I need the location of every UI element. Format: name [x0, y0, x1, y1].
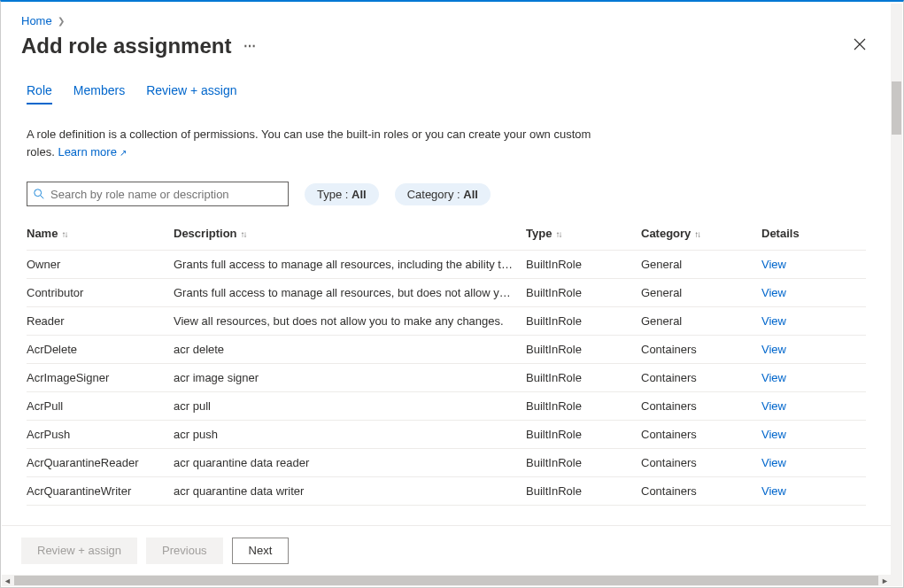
cell-category: General: [641, 258, 761, 271]
table-row[interactable]: AcrQuarantineWriteracr quarantine data w…: [27, 477, 866, 506]
tabs: Role Members Review + assign: [2, 62, 891, 104]
col-header-name[interactable]: Name↑↓: [27, 227, 174, 240]
view-link[interactable]: View: [761, 484, 786, 498]
table-row[interactable]: OwnerGrants full access to manage all re…: [27, 251, 866, 279]
table-header: Name↑↓ Description↑↓ Type↑↓ Category↑↓ D…: [27, 217, 866, 251]
cell-type: BuiltInRole: [526, 343, 641, 356]
cell-type: BuiltInRole: [526, 399, 641, 413]
cell-type: BuiltInRole: [526, 456, 641, 469]
cell-description: acr push: [174, 428, 526, 441]
table-row[interactable]: ReaderView all resources, but does not a…: [27, 307, 866, 336]
tab-role[interactable]: Role: [27, 83, 52, 104]
roles-table: Name↑↓ Description↑↓ Type↑↓ Category↑↓ D…: [2, 206, 891, 506]
previous-button: Previous: [146, 538, 223, 564]
svg-line-1: [41, 196, 44, 199]
cell-description: acr image signer: [174, 371, 526, 384]
view-link[interactable]: View: [761, 314, 786, 328]
review-assign-button: Review + assign: [21, 538, 137, 564]
cell-type: BuiltInRole: [526, 428, 641, 441]
next-button[interactable]: Next: [232, 538, 290, 564]
close-button[interactable]: [848, 33, 871, 58]
cell-type: BuiltInRole: [526, 371, 641, 384]
cell-name: Reader: [27, 314, 174, 328]
description-text: A role definition is a collection of per…: [2, 104, 622, 160]
view-link[interactable]: View: [761, 428, 786, 441]
cell-description: Grants full access to manage all resourc…: [174, 286, 526, 299]
table-row[interactable]: AcrImageSigneracr image signerBuiltInRol…: [27, 364, 866, 392]
sort-icon: ↑↓: [555, 229, 560, 239]
scrollbar-corner: [891, 575, 902, 586]
sort-icon: ↑↓: [61, 229, 66, 239]
cell-type: BuiltInRole: [526, 286, 641, 299]
cell-type: BuiltInRole: [526, 314, 641, 328]
table-row[interactable]: AcrPushacr pushBuiltInRoleContainersView: [27, 421, 866, 449]
sort-icon: ↑↓: [694, 229, 699, 239]
cell-name: Owner: [27, 258, 174, 271]
cell-name: AcrQuarantineReader: [27, 456, 174, 469]
cell-category: General: [641, 314, 761, 328]
table-row[interactable]: AcrPullacr pullBuiltInRoleContainersView: [27, 392, 866, 421]
table-row[interactable]: AcrQuarantineReaderacr quarantine data r…: [27, 449, 866, 477]
cell-name: AcrImageSigner: [27, 371, 174, 384]
search-input-container[interactable]: [27, 182, 289, 206]
cell-category: Containers: [641, 428, 761, 441]
cell-category: Containers: [641, 484, 761, 498]
sort-icon: ↑↓: [241, 229, 246, 239]
horizontal-scrollbar[interactable]: ◄ ►: [2, 575, 891, 586]
cell-type: BuiltInRole: [526, 484, 641, 498]
scroll-left-arrow-icon[interactable]: ◄: [2, 575, 13, 586]
view-link[interactable]: View: [761, 456, 786, 469]
tab-members[interactable]: Members: [73, 83, 125, 104]
breadcrumb: Home ❯: [2, 4, 891, 33]
cell-name: AcrPush: [27, 428, 174, 441]
scrollbar-thumb[interactable]: [14, 576, 878, 585]
learn-more-link[interactable]: Learn more ↗: [58, 145, 126, 159]
cell-category: Containers: [641, 456, 761, 469]
cell-name: AcrDelete: [27, 343, 174, 356]
more-actions-icon[interactable]: ⋯: [243, 39, 257, 53]
cell-description: Grants full access to manage all resourc…: [174, 258, 526, 271]
scrollbar-thumb[interactable]: [892, 81, 901, 135]
svg-point-0: [35, 190, 42, 197]
footer-bar: Review + assign Previous Next: [2, 525, 891, 575]
close-icon: [854, 38, 866, 50]
view-link[interactable]: View: [761, 258, 786, 271]
scroll-right-arrow-icon[interactable]: ►: [879, 575, 891, 586]
view-link[interactable]: View: [761, 286, 786, 299]
search-input[interactable]: [50, 188, 282, 201]
search-icon: [33, 188, 45, 200]
cell-description: acr quarantine data writer: [174, 484, 526, 498]
col-header-type[interactable]: Type↑↓: [526, 227, 641, 240]
col-header-details: Details: [761, 227, 815, 240]
table-row[interactable]: AcrDeleteacr deleteBuiltInRoleContainers…: [27, 336, 866, 364]
breadcrumb-home-link[interactable]: Home: [21, 14, 52, 27]
filter-type-pill[interactable]: Type : All: [305, 183, 379, 205]
cell-description: acr quarantine data reader: [174, 456, 526, 469]
cell-description: acr delete: [174, 343, 526, 356]
cell-type: BuiltInRole: [526, 258, 641, 271]
filter-category-pill[interactable]: Category : All: [395, 183, 491, 205]
col-header-description[interactable]: Description↑↓: [174, 227, 526, 240]
page-title: Add role assignment ⋯: [21, 34, 257, 58]
cell-name: AcrQuarantineWriter: [27, 484, 174, 498]
cell-name: Contributor: [27, 286, 174, 299]
view-link[interactable]: View: [761, 343, 786, 356]
chevron-right-icon: ❯: [58, 16, 65, 26]
cell-category: General: [641, 286, 761, 299]
cell-category: Containers: [641, 343, 761, 356]
cell-description: View all resources, but does not allow y…: [174, 314, 526, 328]
cell-name: AcrPull: [27, 399, 174, 413]
col-header-category[interactable]: Category↑↓: [641, 227, 761, 240]
view-link[interactable]: View: [761, 371, 786, 384]
cell-category: Containers: [641, 371, 761, 384]
cell-category: Containers: [641, 399, 761, 413]
vertical-scrollbar[interactable]: [891, 4, 902, 575]
tab-review-assign[interactable]: Review + assign: [146, 83, 236, 104]
view-link[interactable]: View: [761, 399, 786, 413]
cell-description: acr pull: [174, 399, 526, 413]
external-link-icon: ↗: [117, 148, 127, 158]
table-row[interactable]: ContributorGrants full access to manage …: [27, 279, 866, 307]
